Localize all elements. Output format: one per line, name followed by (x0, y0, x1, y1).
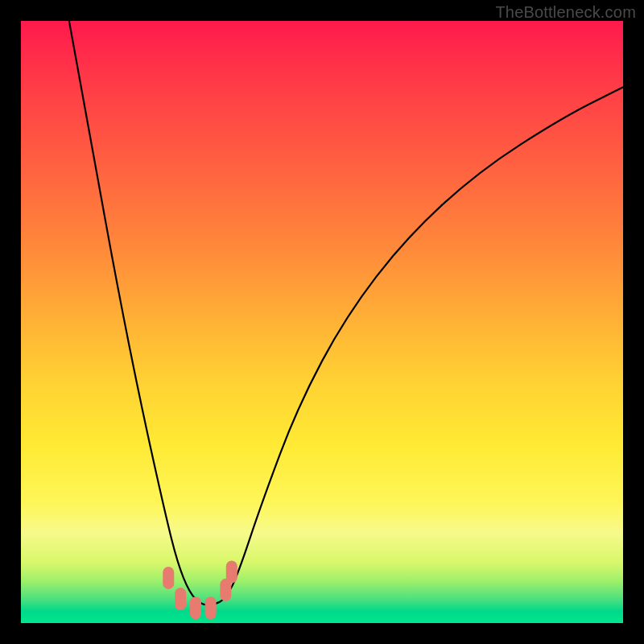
curve-marker (175, 588, 186, 610)
chart-plot-area (21, 21, 623, 623)
bottleneck-curve-svg (21, 21, 623, 623)
curve-markers (163, 560, 237, 619)
curve-marker (163, 567, 174, 589)
curve-marker (205, 597, 217, 619)
bottleneck-curve-path (69, 21, 623, 605)
watermark-text: TheBottleneck.com (495, 3, 636, 22)
curve-marker (226, 560, 237, 583)
curve-marker (190, 597, 201, 619)
